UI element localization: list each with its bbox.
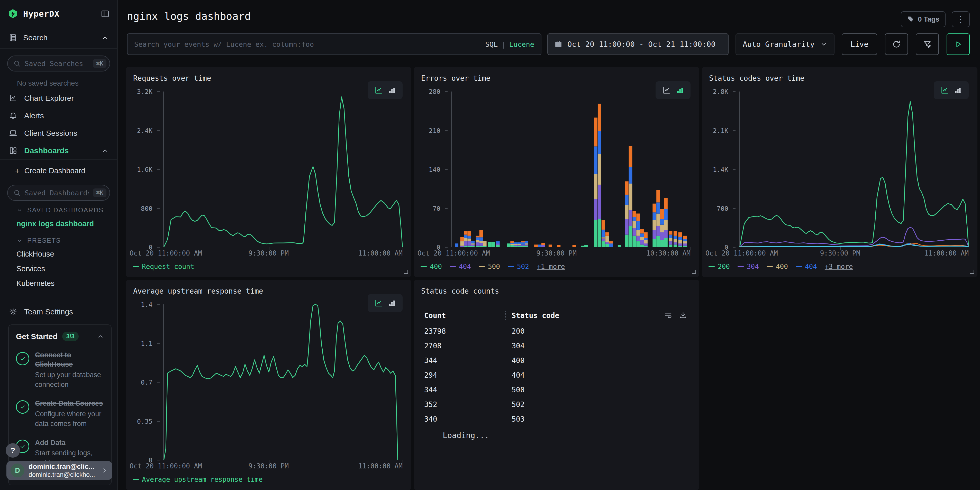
sidebar-item-services[interactable]: Services — [0, 261, 117, 276]
chevron-down-icon — [16, 237, 22, 244]
sidebar-item-label: Dashboards — [24, 146, 68, 155]
chart-plot-area[interactable] — [451, 92, 690, 247]
live-button[interactable]: Live — [842, 33, 877, 55]
sidebar-item-team-settings[interactable]: Team Settings — [0, 303, 117, 321]
laptop-icon — [9, 129, 18, 137]
y-axis-labels: 280210140700 — [414, 92, 447, 247]
legend-item[interactable]: Average upstream response time — [133, 476, 263, 483]
chart-legend: 200304400404+3 more — [708, 263, 853, 270]
help-button[interactable]: ? — [6, 443, 20, 458]
event-search-input[interactable]: Search your events w/ Lucene ex. column:… — [127, 33, 541, 55]
cell-status-code: 503 — [505, 415, 525, 423]
granularity-select[interactable]: Auto Granularity — [735, 33, 835, 55]
user-account-button[interactable]: D dominic.tran@clic... dominic.tran@clic… — [6, 461, 112, 480]
table-row[interactable]: 352502 — [424, 397, 687, 412]
filter-button[interactable] — [916, 33, 939, 55]
saved-searches-input[interactable]: Saved Searches ⌘K — [7, 56, 110, 72]
lucene-toggle[interactable]: Lucene — [509, 40, 534, 48]
table-row[interactable]: 340503 — [424, 412, 687, 426]
get-started-step-sources[interactable]: Create Data Sources Configure where your… — [16, 399, 104, 428]
table-row[interactable]: 2708304 — [424, 339, 687, 353]
panel-resize-handle[interactable] — [970, 270, 974, 274]
collapse-sidebar-icon[interactable] — [101, 10, 110, 18]
panel-title: Errors over time — [421, 74, 490, 83]
chart-plot-area[interactable] — [163, 304, 402, 460]
sidebar-header: HyperDX — [0, 0, 117, 27]
chevron-up-icon[interactable] — [97, 333, 104, 340]
calendar-icon — [555, 40, 562, 48]
table-row[interactable]: 23798200 — [424, 324, 687, 339]
search-section-icon — [9, 34, 17, 42]
date-range-picker[interactable]: Oct 20 11:00:00 - Oct 21 11:00:00 — [547, 33, 729, 55]
create-dashboard-button[interactable]: + Create Dashboard — [0, 160, 117, 179]
sidebar-item-kubernetes[interactable]: Kubernetes — [0, 276, 117, 291]
saved-dashboards-input[interactable]: Saved Dashboards ⌘K — [7, 185, 110, 201]
table-row[interactable]: 294404 — [424, 368, 687, 383]
group-label: PRESETS — [27, 237, 61, 244]
group-presets[interactable]: PRESETS — [0, 231, 117, 247]
legend-item[interactable]: 304 — [738, 263, 759, 270]
download-icon[interactable] — [679, 312, 687, 319]
user-name: dominic.tran@clic... — [29, 463, 95, 471]
page-title: nginx logs dashboard — [127, 10, 251, 22]
column-resize-handle[interactable] — [505, 311, 506, 320]
run-query-button[interactable] — [947, 33, 970, 55]
get-started-step-connect[interactable]: Connect to ClickHouse Set up your databa… — [16, 350, 104, 390]
chevron-up-icon — [102, 35, 108, 41]
play-icon — [954, 40, 962, 48]
legend-item[interactable]: 400 — [421, 263, 442, 270]
status-table-body: 2379820027083043444002944043445003525023… — [424, 324, 687, 426]
sidebar-item-nginx-logs-dashboard[interactable]: nginx logs dashboard — [0, 216, 117, 231]
brand-name: HyperDX — [23, 9, 95, 19]
panel-requests-over-time: Requests over time 3.2K2.4K1.6K8000 Oct … — [126, 67, 411, 277]
cell-status-code: 500 — [505, 386, 525, 394]
x-axis-labels: Oct 20 11:00:00 AM9:30:00 PM11:00:00 AM — [163, 462, 402, 471]
legend-item[interactable]: 404 — [795, 263, 817, 270]
check-circle-icon — [16, 352, 29, 365]
tags-button[interactable]: 0 Tags — [901, 11, 945, 27]
tags-button-label: 0 Tags — [918, 16, 939, 23]
search-icon — [13, 60, 21, 67]
gear-icon — [9, 308, 18, 316]
sidebar-item-dashboards[interactable]: Dashboards — [0, 142, 117, 159]
column-header-count[interactable]: Count — [424, 311, 505, 320]
table-row[interactable]: 344400 — [424, 353, 687, 368]
refresh-button[interactable] — [885, 33, 908, 55]
saved-dashboards-placeholder: Saved Dashboards — [25, 189, 89, 197]
sidebar-item-clickhouse[interactable]: ClickHouse — [0, 247, 117, 261]
get-started-title: Get Started — [16, 332, 57, 341]
text-wrap-icon[interactable] — [664, 312, 672, 319]
sql-toggle[interactable]: SQL — [485, 40, 498, 48]
search-section-label: Search — [23, 33, 95, 42]
dashboard-grid: Requests over time 3.2K2.4K1.6K8000 Oct … — [126, 67, 977, 490]
legend-item[interactable]: 404 — [450, 263, 471, 270]
legend-item[interactable]: Request count — [133, 263, 194, 270]
tag-icon — [907, 16, 914, 23]
table-row[interactable]: 344500 — [424, 383, 687, 397]
sidebar-item-client-sessions[interactable]: Client Sessions — [0, 124, 117, 142]
dashboards-icon — [9, 146, 18, 155]
legend-more-link[interactable]: +1 more — [537, 263, 565, 270]
panel-resize-handle[interactable] — [692, 270, 696, 274]
check-circle-icon — [16, 400, 29, 414]
sidebar-section-search[interactable]: Search — [0, 27, 117, 48]
granularity-value: Auto Granularity — [743, 40, 815, 49]
dashboard-menu-button[interactable]: ⋮ — [952, 11, 970, 27]
column-header-status-code[interactable]: Status code — [512, 311, 559, 320]
create-dashboard-label: Create Dashboard — [24, 167, 85, 175]
sidebar-item-chart-explorer[interactable]: Chart Explorer — [0, 89, 117, 107]
chart-explorer-icon — [9, 94, 18, 102]
sidebar-item-alerts[interactable]: Alerts — [0, 107, 117, 124]
search-icon — [13, 189, 21, 196]
legend-item[interactable]: 200 — [708, 263, 730, 270]
legend-item[interactable]: 500 — [479, 263, 500, 270]
chevron-right-icon — [101, 467, 108, 474]
legend-item[interactable]: 400 — [767, 263, 788, 270]
shortcut-badge: ⌘K — [93, 59, 107, 68]
legend-more-link[interactable]: +3 more — [825, 263, 853, 270]
chart-plot-area[interactable] — [163, 92, 402, 247]
chart-plot-area[interactable] — [739, 92, 969, 247]
legend-item[interactable]: 502 — [508, 263, 529, 270]
panel-resize-handle[interactable] — [404, 270, 408, 274]
group-saved-dashboards[interactable]: SAVED DASHBOARDS — [0, 201, 117, 216]
